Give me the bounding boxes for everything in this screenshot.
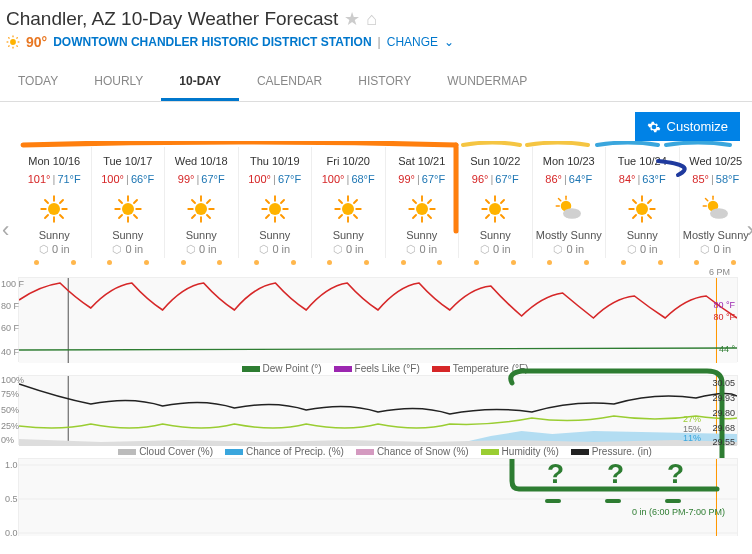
r-label: 44 ° bbox=[719, 344, 735, 354]
sun-icon bbox=[92, 191, 165, 227]
sun-icon bbox=[459, 191, 532, 227]
y-label: 25% bbox=[1, 421, 19, 431]
change-station-link[interactable]: CHANGE bbox=[387, 35, 438, 49]
day-condition: Mostly Sunny bbox=[680, 227, 753, 243]
svg-point-18 bbox=[122, 203, 134, 215]
day-name: Thu 10/19 bbox=[239, 151, 312, 171]
temperature-chart[interactable]: 100 F 80 F 60 F 40 F 80 °F 80 °F 44 ° bbox=[18, 277, 738, 362]
svg-line-42 bbox=[281, 215, 284, 218]
y-label: 60 F bbox=[1, 323, 19, 333]
day-condition: Sunny bbox=[312, 227, 385, 243]
mostly-sunny-icon bbox=[680, 191, 753, 227]
svg-line-24 bbox=[134, 215, 137, 218]
legend-item: Chance of Snow (%) bbox=[356, 446, 469, 457]
sun-dot-icon bbox=[658, 260, 663, 265]
sun-dot-icon bbox=[621, 260, 626, 265]
day-precip: ⬡ 0 in bbox=[312, 243, 385, 256]
annot: 27% bbox=[683, 414, 701, 424]
day-condition: Sunny bbox=[92, 227, 165, 243]
svg-line-7 bbox=[8, 46, 9, 47]
svg-point-45 bbox=[342, 203, 354, 215]
day-temps: 99°|67°F bbox=[386, 171, 459, 191]
day-card[interactable]: Wed 10/2585°|58°FMostly Sunny⬡ 0 in bbox=[679, 147, 753, 258]
tab-wundermap[interactable]: WUNDERMAP bbox=[429, 64, 545, 101]
svg-line-44 bbox=[281, 200, 284, 203]
legend-item: Temperature (°F) bbox=[432, 363, 529, 374]
current-temp: 90° bbox=[26, 34, 47, 50]
day-card[interactable]: Tue 10/2484°|63°FSunny⬡ 0 in bbox=[605, 147, 679, 258]
svg-line-83 bbox=[648, 215, 651, 218]
tab-history[interactable]: HISTORY bbox=[340, 64, 429, 101]
svg-line-59 bbox=[413, 200, 416, 203]
svg-line-5 bbox=[8, 37, 9, 38]
svg-line-14 bbox=[45, 200, 48, 203]
y-label: 100 F bbox=[1, 279, 24, 289]
humidity-chart[interactable]: 100% 75% 50% 25% 0% 30.05 29.93 29.80 29… bbox=[18, 375, 738, 445]
sun-dot-icon bbox=[217, 260, 222, 265]
svg-line-43 bbox=[266, 215, 269, 218]
sun-dot-icon bbox=[107, 260, 112, 265]
day-condition: Sunny bbox=[606, 227, 679, 243]
svg-line-16 bbox=[45, 215, 48, 218]
svg-point-36 bbox=[269, 203, 281, 215]
r-label: 29.68 bbox=[712, 423, 735, 433]
legend-item: Pressure. (in) bbox=[571, 446, 652, 457]
svg-point-27 bbox=[195, 203, 207, 215]
day-card[interactable]: Sun 10/2296°|67°FSunny⬡ 0 in bbox=[458, 147, 532, 258]
station-link[interactable]: DOWNTOWN CHANDLER HISTORIC DISTRICT STAT… bbox=[53, 35, 371, 49]
svg-line-51 bbox=[354, 215, 357, 218]
svg-line-15 bbox=[60, 215, 63, 218]
day-card[interactable]: Mon 10/2386°|64°FMostly Sunny⬡ 0 in bbox=[532, 147, 606, 258]
svg-line-6 bbox=[17, 46, 18, 47]
annot: 11% bbox=[683, 433, 701, 443]
chevron-down-icon[interactable]: ⌄ bbox=[444, 35, 454, 49]
y-label: 0.5 bbox=[5, 494, 18, 504]
day-name: Sat 10/21 bbox=[386, 151, 459, 171]
svg-line-32 bbox=[192, 200, 195, 203]
favorite-star-icon[interactable]: ★ bbox=[344, 8, 360, 30]
r-label: 29.80 bbox=[712, 408, 735, 418]
day-card[interactable]: Fri 10/20100°|68°FSunny⬡ 0 in bbox=[311, 147, 385, 258]
r-label: 29.55 bbox=[712, 437, 735, 447]
day-condition: Sunny bbox=[239, 227, 312, 243]
tab-calendar[interactable]: CALENDAR bbox=[239, 64, 340, 101]
day-precip: ⬡ 0 in bbox=[239, 243, 312, 256]
home-icon[interactable]: ⌂ bbox=[366, 9, 377, 30]
tab-10-day[interactable]: 10-DAY bbox=[161, 64, 239, 101]
sun-dot-icon bbox=[511, 260, 516, 265]
day-temps: 100°|67°F bbox=[239, 171, 312, 191]
svg-line-8 bbox=[17, 37, 18, 38]
day-name: Mon 10/23 bbox=[533, 151, 606, 171]
customize-button[interactable]: Customize bbox=[635, 112, 740, 141]
sun-icon bbox=[239, 191, 312, 227]
precip-chart[interactable]: ? ? ? 1.0 0.5 0.0 0 in (6:00 PM-7:00 PM) bbox=[18, 458, 738, 536]
tab-hourly[interactable]: HOURLY bbox=[76, 64, 161, 101]
day-precip: ⬡ 0 in bbox=[18, 243, 91, 256]
svg-line-61 bbox=[413, 215, 416, 218]
time-marker: 6 PM bbox=[18, 267, 752, 277]
sun-dot-icon bbox=[181, 260, 186, 265]
svg-point-0 bbox=[10, 39, 16, 45]
day-card[interactable]: Thu 10/19100°|67°FSunny⬡ 0 in bbox=[238, 147, 312, 258]
day-name: Tue 10/24 bbox=[606, 151, 679, 171]
tab-bar: TODAYHOURLY10-DAYCALENDARHISTORYWUNDERMA… bbox=[0, 64, 752, 102]
sun-dot-icon bbox=[34, 260, 39, 265]
day-card[interactable]: Sat 10/2199°|67°FSunny⬡ 0 in bbox=[385, 147, 459, 258]
day-card[interactable]: Mon 10/16101°|71°FSunny⬡ 0 in bbox=[18, 147, 91, 258]
day-condition: Mostly Sunny bbox=[533, 227, 606, 243]
scroll-right-icon[interactable]: › bbox=[747, 217, 752, 243]
scroll-left-icon[interactable]: ‹ bbox=[2, 217, 9, 243]
svg-point-9 bbox=[48, 203, 60, 215]
svg-line-52 bbox=[339, 215, 342, 218]
svg-line-23 bbox=[119, 200, 122, 203]
svg-line-69 bbox=[501, 215, 504, 218]
day-card[interactable]: Tue 10/17100°|66°FSunny⬡ 0 in bbox=[91, 147, 165, 258]
svg-line-25 bbox=[119, 215, 122, 218]
svg-line-41 bbox=[266, 200, 269, 203]
sun-dot-icon bbox=[401, 260, 406, 265]
day-card[interactable]: Wed 10/1899°|67°FSunny⬡ 0 in bbox=[164, 147, 238, 258]
tab-today[interactable]: TODAY bbox=[0, 64, 76, 101]
svg-point-77 bbox=[636, 203, 648, 215]
svg-line-75 bbox=[558, 199, 560, 201]
sun-icon bbox=[18, 191, 91, 227]
